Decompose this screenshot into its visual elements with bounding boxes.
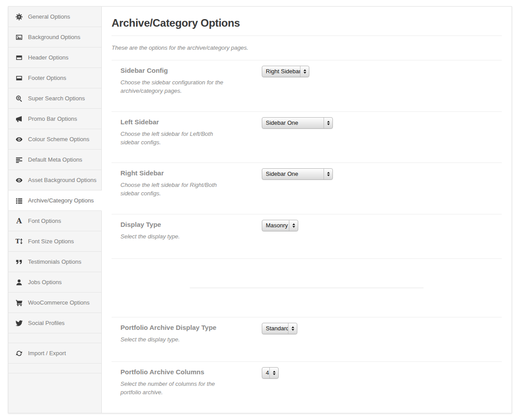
down-arrow-icon (327, 123, 330, 125)
sidebar-item-label: Font Size Options (28, 238, 74, 245)
select-value: Standard (262, 323, 288, 334)
footer-icon (15, 75, 24, 82)
option-heading: Display Type (120, 221, 502, 228)
page-title: Archive/Category Options (112, 17, 502, 29)
sidebar-item-label: Testimonials Options (28, 258, 81, 265)
options-sidebar: General Options Background Options Heade… (8, 7, 102, 413)
option-row-sidebar-config: Sidebar Config Choose the sidebar config… (112, 60, 502, 112)
select-stepper-arrows (288, 323, 297, 334)
sidebar-spacer (8, 333, 102, 343)
sidebar-item-footer-options[interactable]: Footer Options (8, 68, 102, 88)
select-value: Right Sidebar (262, 66, 300, 77)
sidebar-item-header-options[interactable]: Header Options (8, 48, 102, 68)
sidebar-item-import-export[interactable]: Import / Export (8, 343, 102, 364)
option-description: Choose the sidebar configuration for the… (120, 79, 232, 95)
right-sidebar-select[interactable]: Sidebar One (262, 168, 333, 180)
cart-icon (15, 299, 24, 306)
option-rows: Sidebar Config Choose the sidebar config… (112, 60, 502, 413)
sidebar-item-default-meta-options[interactable]: Default Meta Options (8, 150, 102, 170)
sidebar-item-jobs-options[interactable]: Jobs Options (8, 272, 102, 293)
option-heading: Portfolio Archive Columns (120, 368, 502, 376)
theme-options-panel: General Options Background Options Heade… (8, 6, 512, 413)
sidebar-item-font-size-options[interactable]: T Font Size Options (8, 231, 102, 252)
option-row-portfolio-archive-display-type: Portfolio Archive Display Type Select th… (112, 317, 502, 362)
sidebar-item-label: Font Options (28, 218, 61, 224)
sidebar-item-colour-scheme-options[interactable]: Colour Scheme Options (8, 129, 102, 150)
portfolio-archive-display-type-select[interactable]: Standard (262, 323, 297, 334)
eye-icon (15, 177, 24, 184)
header-icon (15, 54, 24, 61)
list-icon (15, 197, 24, 204)
option-row-portfolio-archive-columns: Portfolio Archive Columns Select the num… (112, 362, 502, 413)
user-icon (15, 279, 24, 286)
sidebar-item-label: Header Options (28, 54, 68, 61)
up-arrow-icon (327, 121, 330, 123)
sidebar-item-label: General Options (28, 13, 70, 20)
sidebar-item-label: Asset Background Options (28, 177, 96, 183)
option-description: Choose the left sidebar for Left/Both si… (120, 130, 232, 147)
down-arrow-icon (304, 72, 306, 74)
sidebar-item-general-options[interactable]: General Options (8, 7, 102, 27)
sidebar-item-asset-background-options[interactable]: Asset Background Options (8, 170, 102, 190)
page-intro: These are the options for the archive/ca… (112, 44, 502, 51)
up-arrow-icon (304, 69, 306, 71)
down-arrow-icon (273, 373, 276, 375)
align-lines-icon (15, 156, 24, 163)
select-value: Masonry (262, 220, 289, 231)
sidebar-item-label: Default Meta Options (28, 156, 82, 163)
refresh-icon (15, 350, 24, 357)
option-description: Select the display type. (120, 336, 232, 344)
select-stepper-arrows (324, 169, 332, 179)
select-value: Sidebar One (262, 118, 324, 128)
sidebar-item-promo-bar-options[interactable]: Promo Bar Options (8, 109, 102, 129)
image-icon (15, 34, 24, 41)
up-arrow-icon (327, 172, 330, 174)
down-arrow-icon (292, 329, 294, 331)
up-arrow-icon (273, 371, 276, 372)
option-row-right-sidebar: Right Sidebar Choose the left sidebar fo… (112, 163, 502, 214)
sidebar-item-testimonials-options[interactable]: Testimonials Options (8, 252, 102, 272)
select-value: 4 (262, 368, 269, 378)
up-arrow-icon (292, 223, 295, 225)
down-arrow-icon (327, 174, 330, 176)
left-sidebar-select[interactable]: Sidebar One (262, 117, 333, 129)
option-heading: Portfolio Archive Display Type (120, 324, 502, 331)
quote-icon (15, 258, 24, 265)
sidebar-item-label: Promo Bar Options (28, 115, 77, 122)
sidebar-item-font-options[interactable]: A Font Options (8, 211, 102, 231)
search-plus-icon (15, 95, 24, 102)
gear-icon (15, 13, 24, 20)
sidebar-item-archive-category-options[interactable]: Archive/Category Options (8, 190, 102, 211)
eye-icon (15, 136, 24, 143)
divider-row (112, 259, 502, 317)
option-row-left-sidebar: Left Sidebar Choose the left sidebar for… (112, 112, 502, 163)
sidebar-item-label: Footer Options (28, 75, 66, 81)
sidebar-spacer (8, 364, 102, 373)
select-value: Sidebar One (262, 169, 324, 179)
sidebar-item-label: Social Profiles (28, 320, 64, 326)
twitter-icon (15, 320, 24, 327)
sidebar-item-super-search-options[interactable]: Super Search Options (8, 88, 102, 109)
select-stepper-arrows (324, 118, 332, 128)
display-type-select[interactable]: Masonry (262, 220, 298, 231)
sidebar-item-social-profiles[interactable]: Social Profiles (8, 313, 102, 333)
option-description: Select the display type. (120, 233, 232, 241)
portfolio-archive-columns-select[interactable]: 4 (262, 367, 279, 379)
option-description: Select the number of columns for the por… (120, 380, 232, 397)
sidebar-item-label: Archive/Category Options (28, 197, 94, 204)
sidebar-item-background-options[interactable]: Background Options (8, 27, 102, 48)
sidebar-item-label: Super Search Options (28, 95, 85, 102)
select-stepper-arrows (289, 220, 298, 231)
options-content: Archive/Category Options These are the o… (102, 7, 512, 413)
title-divider (112, 36, 502, 36)
sidebar-item-label: WooCommerce Options (28, 299, 89, 306)
megaphone-icon (15, 115, 24, 123)
option-row-display-type: Display Type Select the display type. Ma… (112, 214, 502, 259)
inline-divider (190, 288, 424, 288)
down-arrow-icon (292, 226, 295, 228)
sidebar-config-select[interactable]: Right Sidebar (262, 66, 309, 77)
sidebar-item-woocommerce-options[interactable]: WooCommerce Options (8, 293, 102, 313)
sidebar-item-label: Colour Scheme Options (28, 136, 89, 143)
sidebar-filler (8, 373, 102, 413)
option-description: Choose the left sidebar for Right/Both s… (120, 181, 232, 198)
